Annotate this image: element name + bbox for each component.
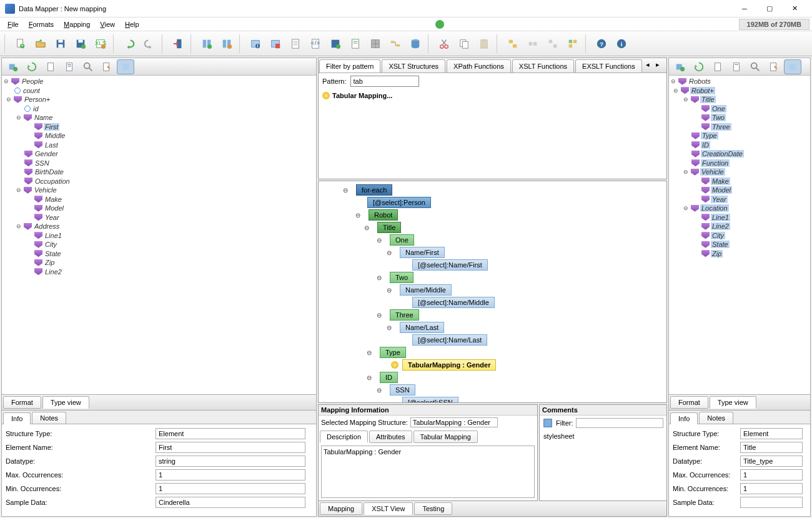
refresh-icon[interactable] [690, 59, 708, 74]
tab-exslt[interactable]: EXSLT Functions [575, 59, 642, 72]
tree-node-type[interactable]: Type [701, 132, 718, 139]
tree-node-model[interactable]: Model [44, 204, 65, 212]
expand-handle[interactable]: ⊖ [16, 223, 22, 229]
open-icon[interactable] [31, 34, 50, 53]
tree-node-year[interactable]: Year [44, 214, 61, 221]
clipboard-icon[interactable] [42, 59, 59, 74]
help-icon[interactable]: ? [592, 34, 611, 53]
expand-handle[interactable]: ⊖ [386, 287, 392, 294]
tree-node-ssn[interactable]: SSN [34, 159, 51, 167]
exit-icon[interactable] [169, 34, 187, 53]
box-name-last[interactable]: Name/Last [400, 322, 444, 333]
tab-info[interactable]: Info [670, 412, 698, 424]
tree-node-model[interactable]: Model [711, 186, 732, 194]
box-sel-name-middle[interactable]: [@select]:Name/Middle [412, 297, 495, 308]
tab-format[interactable]: Format [670, 396, 708, 409]
tab-filter[interactable]: Filter by pattern [319, 59, 380, 72]
expand-handle[interactable]: ⊖ [6, 96, 12, 102]
box-foreach[interactable]: for-each [356, 184, 392, 196]
expand-handle[interactable]: ⊖ [376, 237, 382, 244]
tree-node-occ[interactable]: Occupation [34, 177, 71, 185]
pattern-input[interactable] [350, 76, 419, 87]
left-tree[interactable]: ⊖People count ⊖Person+ id ⊖Name First Mi… [2, 76, 316, 394]
selected-struct-input[interactable] [410, 417, 498, 427]
highlight-icon[interactable] [784, 59, 801, 74]
expand-handle[interactable]: ⊖ [16, 114, 22, 121]
tab-xslt-func[interactable]: XSLT Functions [512, 59, 574, 72]
align-d-icon[interactable] [563, 34, 582, 53]
tree-node-state[interactable]: State [711, 241, 730, 248]
description-textarea[interactable]: TabularMapping : Gender [321, 446, 535, 498]
redo-icon[interactable] [140, 34, 159, 53]
menu-file[interactable]: File [2, 19, 24, 29]
doc-lines-icon[interactable] [346, 34, 365, 53]
box-two[interactable]: Two [390, 272, 413, 283]
expand-handle[interactable]: ⊖ [376, 274, 382, 281]
menu-mapping[interactable]: Mapping [59, 19, 95, 29]
xls-icon[interactable]: XLS [91, 34, 110, 53]
tree-node-id[interactable]: id [32, 105, 40, 112]
expand-handle[interactable]: ⊖ [376, 312, 382, 319]
box-three[interactable]: Three [390, 309, 419, 321]
expand-handle[interactable]: ⊖ [376, 387, 382, 394]
maximize-button[interactable]: ▢ [757, 0, 782, 17]
info-a-icon[interactable]: i [246, 34, 265, 53]
tree-node-middle[interactable]: Middle [44, 132, 66, 139]
save-data-icon[interactable] [326, 34, 345, 53]
input-min[interactable] [156, 483, 305, 494]
tree-node-birth[interactable]: BirthDate [34, 168, 65, 176]
list-icon[interactable] [61, 59, 78, 74]
info-b-icon[interactable] [266, 34, 285, 53]
add-node-icon[interactable] [671, 59, 689, 74]
format-a-icon[interactable] [197, 34, 216, 53]
edit-icon[interactable] [98, 59, 116, 74]
tree-node-id[interactable]: ID [701, 141, 710, 149]
tab-testing[interactable]: Testing [414, 502, 452, 515]
align-a-icon[interactable] [503, 34, 522, 53]
tree-node-line1[interactable]: Line1 [44, 232, 63, 239]
tree-node-line1[interactable]: Line1 [711, 214, 730, 221]
save-icon[interactable] [51, 34, 70, 53]
tree-node-title[interactable]: Title [700, 96, 716, 103]
new-doc-icon[interactable]: + [11, 34, 30, 53]
tab-attributes[interactable]: Attributes [369, 431, 412, 443]
box-sel-person[interactable]: [@select]:Person [367, 197, 431, 208]
expand-handle[interactable]: ⊖ [342, 187, 349, 194]
tree-node-zip[interactable]: Zip [44, 259, 56, 266]
tab-info[interactable]: Info [3, 412, 31, 424]
tab-xpath[interactable]: XPath Functions [447, 59, 511, 72]
tree-node-vehicle[interactable]: Vehicle [700, 168, 725, 176]
tree-node-line2[interactable]: Line2 [44, 268, 63, 276]
tab-mapping[interactable]: Mapping [320, 502, 362, 515]
box-id[interactable]: ID [380, 372, 398, 383]
tab-typeview[interactable]: Type view [710, 396, 756, 409]
input-max[interactable] [740, 469, 803, 481]
tree-node-robot[interactable]: Robot+ [690, 87, 715, 94]
save-as-icon[interactable] [71, 34, 90, 53]
tab-notes[interactable]: Notes [699, 412, 733, 424]
expand-handle[interactable]: ⊖ [670, 78, 676, 84]
refresh-icon[interactable] [23, 59, 41, 74]
box-ssn[interactable]: SSN [390, 384, 415, 396]
input-dtype[interactable] [740, 456, 803, 467]
expand-handle[interactable]: ⊖ [683, 169, 689, 175]
tree-node-year[interactable]: Year [711, 196, 728, 203]
format-b-icon[interactable] [217, 34, 236, 53]
box-sel-name-first[interactable]: [@select]:Name/First [412, 259, 488, 271]
minimize-button[interactable]: ─ [732, 0, 757, 17]
search-icon[interactable] [746, 59, 764, 74]
tab-description[interactable]: Description [320, 431, 368, 443]
tree-node-city[interactable]: City [44, 241, 58, 248]
input-struct[interactable] [740, 428, 803, 439]
input-min[interactable] [740, 483, 803, 494]
expand-handle[interactable]: ⊖ [386, 324, 392, 331]
tree-node-creation[interactable]: CreationDate [701, 150, 744, 157]
tab-xslt-struct[interactable]: XSLT Structures [382, 59, 445, 72]
code-icon[interactable]: </> [306, 34, 325, 53]
align-b-icon[interactable] [523, 34, 542, 53]
input-max[interactable] [156, 469, 305, 481]
box-name-first[interactable]: Name/First [400, 247, 445, 258]
tree-node-three[interactable]: Three [711, 123, 731, 131]
menu-view[interactable]: View [95, 19, 120, 29]
box-robot[interactable]: Robot [369, 209, 398, 221]
